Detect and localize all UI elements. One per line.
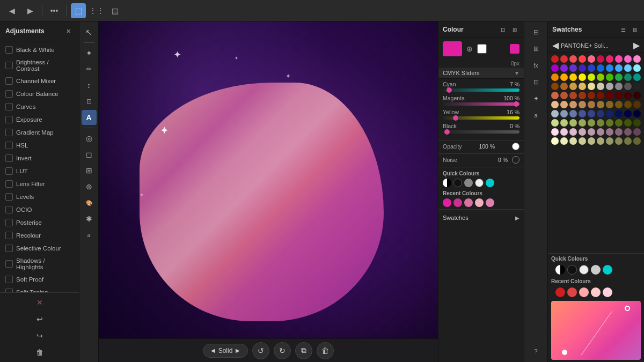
adj-item-lut[interactable]: LUT: [0, 165, 79, 178]
rotate-button[interactable]: ↺: [252, 342, 269, 359]
swatch-4-0[interactable]: [551, 92, 559, 99]
black-thumb[interactable]: [444, 129, 450, 135]
adj-item-exposure[interactable]: Exposure: [0, 113, 79, 126]
swatch-8-1[interactable]: [560, 128, 568, 136]
swatch-9-7[interactable]: [615, 137, 623, 145]
swatch-4-6[interactable]: [606, 92, 613, 99]
adj-checkbox-4[interactable]: [5, 103, 13, 110]
swatch-5-4[interactable]: [588, 101, 595, 108]
swatch-2-1[interactable]: [560, 73, 568, 81]
canvas-area[interactable]: ✦ ✦ ✦ ✦ ✦ ◀ Solid ▶ ↺ ↻ ⧉ 🗑: [99, 21, 438, 362]
adj-checkbox-8[interactable]: [5, 154, 13, 162]
swatch-4-9[interactable]: [633, 92, 641, 99]
swatch-0-2[interactable]: [569, 55, 577, 63]
recent-color-5[interactable]: [486, 198, 494, 207]
sw-quick-white[interactable]: [579, 265, 589, 275]
swatch-2-5[interactable]: [597, 73, 604, 81]
undo-tool[interactable]: ↩: [32, 312, 47, 327]
swatch-7-3[interactable]: [579, 119, 586, 127]
swatch-0-7[interactable]: [615, 55, 623, 63]
sw-quick-half[interactable]: [555, 265, 565, 275]
swatch-3-2[interactable]: [569, 83, 577, 90]
adj-item-gradient-map[interactable]: Gradient Map: [0, 126, 79, 139]
solid-mode-button[interactable]: ◀ Solid ▶: [203, 344, 248, 358]
move-tool[interactable]: ↕: [82, 78, 97, 93]
view-mode-3[interactable]: ▤: [107, 3, 122, 18]
swatch-9-3[interactable]: [579, 137, 586, 145]
forward-button[interactable]: ▶: [23, 3, 38, 18]
swatch-0-9[interactable]: [633, 55, 641, 63]
swatch-4-5[interactable]: [597, 92, 604, 99]
swatch-2-7[interactable]: [615, 73, 623, 81]
quick-color-black[interactable]: [453, 179, 462, 187]
swatch-6-2[interactable]: [569, 110, 577, 117]
swatch-8-8[interactable]: [624, 128, 632, 136]
swatch-6-6[interactable]: [606, 110, 613, 117]
swatch-4-8[interactable]: [624, 92, 632, 99]
back-button[interactable]: ◀: [4, 3, 19, 18]
swatch-0-0[interactable]: [551, 55, 559, 63]
swatch-8-9[interactable]: [633, 128, 641, 136]
transform-tool[interactable]: ⊞: [82, 163, 97, 178]
swatch-8-3[interactable]: [579, 128, 586, 136]
adj-item-levels[interactable]: Levels: [0, 190, 79, 203]
recent-color-1[interactable]: [443, 198, 451, 207]
swatch-0-3[interactable]: [579, 55, 586, 63]
swatch-1-5[interactable]: [597, 64, 604, 72]
swatch-0-4[interactable]: [588, 55, 595, 63]
actions-button[interactable]: •••: [47, 3, 62, 18]
cyan-track[interactable]: [443, 88, 519, 92]
recent-color-4[interactable]: [475, 198, 484, 207]
text-tool[interactable]: A: [82, 110, 97, 125]
adj-checkbox-1[interactable]: [5, 62, 13, 69]
swatch-2-6[interactable]: [606, 73, 613, 81]
swatch-6-7[interactable]: [615, 110, 623, 117]
adj-item-ocio[interactable]: OCIO: [0, 203, 79, 216]
swatch-4-1[interactable]: [560, 92, 568, 99]
colour-panel-menu[interactable]: ⊞: [510, 25, 519, 34]
swatch-7-5[interactable]: [597, 119, 604, 127]
adj-item-recolour[interactable]: Recolour: [0, 229, 79, 242]
swatch-8-7[interactable]: [615, 128, 623, 136]
swatch-9-8[interactable]: [624, 137, 632, 145]
swatch-7-9[interactable]: [633, 119, 641, 127]
adj-checkbox-2[interactable]: [5, 77, 13, 85]
swatch-2-2[interactable]: [569, 73, 577, 81]
swatch-9-4[interactable]: [588, 137, 595, 145]
adj-checkbox-11[interactable]: [5, 193, 13, 201]
adj-checkbox-16[interactable]: [5, 260, 13, 268]
adj-checkbox-9[interactable]: [5, 167, 13, 175]
swatch-5-8[interactable]: [624, 101, 632, 108]
swatch-3-7[interactable]: [615, 83, 623, 90]
swatch-4-3[interactable]: [579, 92, 586, 99]
swatch-2-0[interactable]: [551, 73, 559, 81]
adj-item-posterise[interactable]: Posterise: [0, 216, 79, 229]
sw-recent-2[interactable]: [567, 287, 577, 297]
recent-color-3[interactable]: [464, 198, 473, 207]
swatch-1-7[interactable]: [615, 64, 623, 72]
swatch-9-1[interactable]: [560, 137, 568, 145]
effects-tool[interactable]: fx: [529, 58, 544, 73]
swatch-3-9[interactable]: [633, 83, 641, 90]
swatch-0-1[interactable]: [560, 55, 568, 63]
magenta-thumb[interactable]: [514, 101, 519, 107]
select-tool[interactable]: ↖: [82, 25, 97, 40]
swatch-8-6[interactable]: [606, 128, 613, 136]
swatches-grid-view[interactable]: ⊞: [630, 25, 640, 34]
swatch-2-8[interactable]: [624, 73, 632, 81]
magenta-track[interactable]: [443, 102, 519, 106]
quick-color-cyan[interactable]: [486, 179, 494, 187]
layers-tool[interactable]: ⊟: [529, 25, 544, 40]
swatch-8-2[interactable]: [569, 128, 577, 136]
swatch-3-4[interactable]: [588, 83, 595, 90]
swatch-5-9[interactable]: [633, 101, 641, 108]
swatch-0-6[interactable]: [606, 55, 613, 63]
swatch-4-7[interactable]: [615, 92, 623, 99]
eyedropper-icon[interactable]: ⊕: [464, 43, 475, 54]
swatch-3-3[interactable]: [579, 83, 586, 90]
tertiary-color-swatch[interactable]: [510, 44, 519, 54]
eraser-tool[interactable]: ◎: [82, 131, 97, 146]
main-color-swatch[interactable]: [443, 41, 462, 56]
swatch-1-9[interactable]: [633, 64, 641, 72]
swatch-2-3[interactable]: [579, 73, 586, 81]
